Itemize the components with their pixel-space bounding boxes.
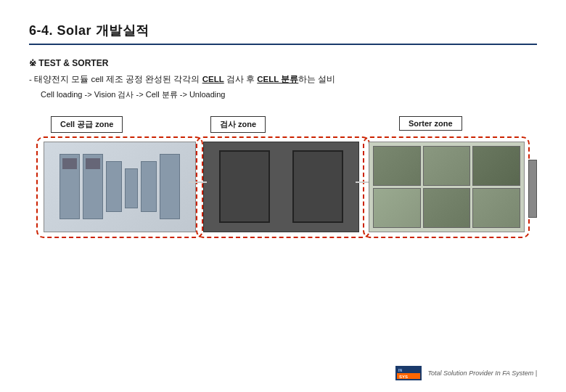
sorter-cell-5 xyxy=(423,188,471,228)
connector-1 xyxy=(189,181,207,183)
footer-tagline: Total Solution Provider In FA System | xyxy=(427,369,537,377)
sorter-cell-4 xyxy=(373,188,421,228)
title-section: 6-4. Solar 개발실적 xyxy=(29,22,537,45)
cell-highlight: CELL xyxy=(202,75,224,83)
machine-detail-2 xyxy=(86,158,100,169)
machine-block-5 xyxy=(141,161,157,212)
machine-block-2 xyxy=(83,154,103,219)
unload-element xyxy=(528,160,537,218)
machine-block-3 xyxy=(106,161,122,212)
inspection-machines xyxy=(203,142,359,232)
svg-text:SYS: SYS xyxy=(399,375,408,379)
inspection-block-1 xyxy=(219,150,270,223)
cell-zone-label: Cell 공급 zone xyxy=(51,116,123,133)
inspection-block-2 xyxy=(292,150,343,223)
description-line-2: Cell loading -> Vision 검사 -> Cell 분류 -> … xyxy=(41,89,537,102)
sorter-machines xyxy=(369,142,525,232)
sorter-cell-1 xyxy=(373,146,421,186)
sorter-cell-2 xyxy=(423,146,471,186)
section-header: ※ TEST & SORTER xyxy=(29,58,537,68)
connector-2 xyxy=(356,181,370,183)
sorter-zone-label: Sorter zone xyxy=(399,116,462,131)
svg-text:IN: IN xyxy=(398,368,402,372)
diagram-area: Cell 공급 zone 검사 zone Sorter zone xyxy=(29,116,537,276)
desc-prefix: - 태양전지 모듈 cell 제조 공정 완성된 각각의 xyxy=(29,75,202,83)
machine-block-6 xyxy=(160,154,180,219)
cell-sort-highlight: CELL 분류 xyxy=(257,75,298,83)
sorter-cell-6 xyxy=(472,188,520,228)
page-title: 6-4. Solar 개발실적 xyxy=(29,22,537,39)
content-section: ※ TEST & SORTER - 태양전지 모듈 cell 제조 공정 완성된… xyxy=(29,58,537,102)
inspection-zone-label: 검사 zone xyxy=(210,116,266,133)
description-line-1: - 태양전지 모듈 cell 제조 공정 완성된 각각의 CELL 검사 후 C… xyxy=(29,73,537,86)
desc-middle: 검사 후 xyxy=(224,75,258,83)
machine-block-1 xyxy=(60,154,80,219)
footer-logo: IN SYS xyxy=(395,366,422,380)
machine-detail-1 xyxy=(62,158,77,169)
page: 6-4. Solar 개발실적 ※ TEST & SORTER - 태양전지 모… xyxy=(0,0,566,392)
sorter-cell-3 xyxy=(472,146,520,186)
logo-svg: IN SYS xyxy=(395,366,422,380)
cell-machine-detail xyxy=(57,151,183,222)
desc-suffix: 하는 설비 xyxy=(298,75,335,83)
cell-machines xyxy=(44,142,196,232)
footer: IN SYS Total Solution Provider In FA Sys… xyxy=(395,366,537,380)
machine-block-4 xyxy=(125,168,138,208)
